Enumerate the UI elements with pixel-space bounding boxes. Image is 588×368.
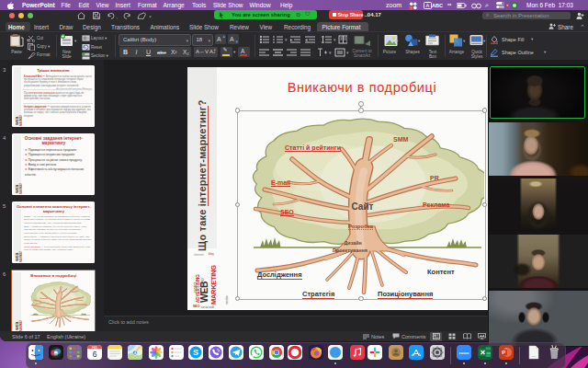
svg-text:content: content bbox=[193, 282, 197, 293]
svg-text:internet: internet bbox=[194, 253, 204, 257]
svg-text:RTF: RTF bbox=[532, 355, 537, 358]
svg-text:blog: blog bbox=[209, 252, 214, 256]
svg-text:zoom: zoom bbox=[458, 351, 469, 355]
svg-text:▾: ▾ bbox=[334, 37, 336, 42]
svg-text:MARKETING: MARKETING bbox=[19, 251, 23, 262]
svg-text:S: S bbox=[193, 348, 198, 357]
svg-text:▾: ▾ bbox=[285, 37, 288, 42]
svg-text:FEB: FEB bbox=[92, 346, 97, 350]
svg-text:▾: ▾ bbox=[329, 50, 332, 55]
svg-text:MARKETING: MARKETING bbox=[209, 264, 218, 304]
svg-text:strategy: strategy bbox=[200, 277, 204, 287]
svg-text:social web: social web bbox=[201, 305, 214, 308]
svg-text:MARKETING: MARKETING bbox=[19, 320, 23, 331]
svg-text:MARKETING: MARKETING bbox=[19, 183, 23, 194]
svg-text:P: P bbox=[502, 350, 505, 355]
svg-text:A: A bbox=[134, 351, 137, 355]
svg-text:MARKETING: MARKETING bbox=[19, 115, 23, 126]
svg-text:6: 6 bbox=[93, 350, 97, 359]
svg-text:SEO: SEO bbox=[193, 305, 200, 308]
svg-text:media: media bbox=[225, 295, 229, 305]
